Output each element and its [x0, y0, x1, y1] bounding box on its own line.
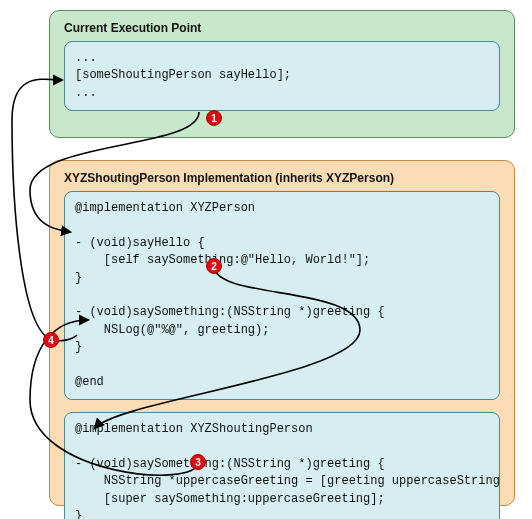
execution-point-title: Current Execution Point	[50, 11, 514, 41]
code-line: @end	[75, 375, 104, 389]
step-badge-3: 3	[190, 454, 206, 470]
code-line: - (void)saySomething:(NSString *)greetin…	[75, 305, 385, 319]
code-line: [self saySomething:@"Hello, World!"];	[75, 253, 370, 267]
execution-point-panel: Current Execution Point ... [someShoutin…	[49, 10, 515, 138]
code-line: }	[75, 271, 82, 285]
step-badge-4: 4	[43, 332, 59, 348]
code-line: ...	[75, 86, 97, 100]
implementation-title: XYZShoutingPerson Implementation (inheri…	[50, 161, 514, 191]
code-line: - (void)saySomething:(NSString *)greetin…	[75, 457, 385, 471]
code-line: NSString *uppercaseGreeting = [greeting …	[75, 474, 500, 488]
code-line: [someShoutingPerson sayHello];	[75, 68, 291, 82]
code-line: - (void)sayHello {	[75, 236, 205, 250]
xyzperson-code: @implementation XYZPerson - (void)sayHel…	[64, 191, 500, 400]
code-line: [super saySomething:uppercaseGreeting];	[75, 492, 385, 506]
step-badge-1: 1	[206, 110, 222, 126]
code-line: ...	[75, 51, 97, 65]
code-line: }	[75, 340, 82, 354]
code-line: @implementation XYZPerson	[75, 201, 255, 215]
execution-point-code: ... [someShoutingPerson sayHello]; ...	[64, 41, 500, 111]
code-line: NSLog(@"%@", greeting);	[75, 323, 269, 337]
step-badge-2: 2	[206, 258, 222, 274]
code-line: @implementation XYZShoutingPerson	[75, 422, 313, 436]
xyzshoutingperson-code: @implementation XYZShoutingPerson - (voi…	[64, 412, 500, 519]
code-line: }	[75, 509, 82, 519]
implementation-panel: XYZShoutingPerson Implementation (inheri…	[49, 160, 515, 506]
